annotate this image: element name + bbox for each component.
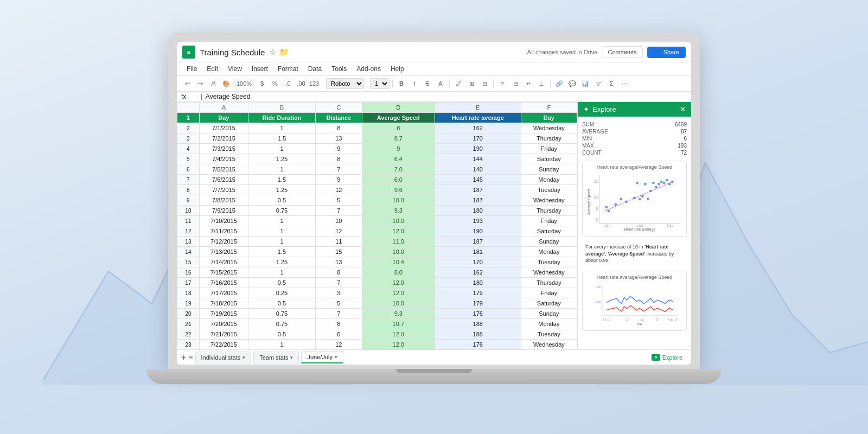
cell-day-16[interactable]: Wednesday xyxy=(521,267,577,278)
cell-ride-duration-11[interactable]: 1 xyxy=(248,216,316,226)
cell-day-17[interactable]: Thursday xyxy=(521,278,577,288)
cell-day-12[interactable]: Saturday xyxy=(521,226,577,237)
cell-distance-21[interactable]: 8 xyxy=(316,319,362,329)
cell-ride-duration-10[interactable]: 0.75 xyxy=(248,206,316,216)
header-ride-duration[interactable]: Ride Duration xyxy=(248,113,316,123)
cell-day-4[interactable]: Friday xyxy=(521,144,577,154)
cell-avg-speed-11[interactable]: 10.0 xyxy=(362,216,435,226)
cell-distance-10[interactable]: 7 xyxy=(316,206,362,216)
cell-distance-23[interactable]: 12 xyxy=(316,340,362,350)
cell-distance-4[interactable]: 9 xyxy=(316,144,362,154)
header-distance[interactable]: Distance xyxy=(316,113,362,123)
cell-heart-rate-13[interactable]: 187 xyxy=(435,237,521,247)
cell-heart-rate-15[interactable]: 170 xyxy=(435,257,521,267)
cell-date-9[interactable]: 7/8/2015 xyxy=(199,195,248,206)
col-header-a[interactable]: A xyxy=(199,103,248,113)
cell-avg-speed-9[interactable]: 10.0 xyxy=(362,195,435,206)
decimal-less-button[interactable]: .00 xyxy=(295,78,307,90)
cell-distance-5[interactable]: 8 xyxy=(316,154,362,164)
tab-team-stats[interactable]: Team stats ▾ xyxy=(253,352,299,363)
cell-day-11[interactable]: Friday xyxy=(521,216,577,226)
text-color-button[interactable]: A xyxy=(435,78,446,90)
cell-ride-duration-5[interactable]: 1.25 xyxy=(248,154,316,164)
cell-ride-duration-14[interactable]: 1.5 xyxy=(248,247,316,257)
cell-ride-duration-23[interactable]: 1 xyxy=(248,340,316,350)
explore-footer-button[interactable]: ✦ Explore xyxy=(647,352,687,362)
cell-heart-rate-17[interactable]: 180 xyxy=(435,278,521,288)
vertical-align-button[interactable]: ⊥ xyxy=(535,78,547,90)
menu-tools[interactable]: Tools xyxy=(327,63,351,74)
cell-date-20[interactable]: 7/19/2015 xyxy=(199,309,248,319)
cell-day-20[interactable]: Sunday xyxy=(521,309,577,319)
cell-avg-speed-2[interactable]: 8 xyxy=(362,123,435,133)
cell-heart-rate-5[interactable]: 144 xyxy=(435,154,521,164)
cell-heart-rate-23[interactable]: 176 xyxy=(435,340,521,350)
cell-distance-8[interactable]: 12 xyxy=(316,185,362,195)
cell-avg-speed-21[interactable]: 10.7 xyxy=(362,319,435,329)
cell-date-11[interactable]: 7/10/2015 xyxy=(199,216,248,226)
col-header-e[interactable]: E xyxy=(435,103,521,113)
borders-button[interactable]: ⊞ xyxy=(465,78,477,90)
cell-heart-rate-7[interactable]: 145 xyxy=(435,175,521,185)
cell-ride-duration-8[interactable]: 1.25 xyxy=(248,185,316,195)
cell-ride-duration-22[interactable]: 0.5 xyxy=(248,329,316,340)
cell-date-3[interactable]: 7/2/2015 xyxy=(199,133,248,144)
cell-ride-duration-16[interactable]: 1 xyxy=(248,267,316,278)
cell-distance-7[interactable]: 9 xyxy=(316,175,362,185)
cell-distance-9[interactable]: 5 xyxy=(316,195,362,206)
cell-heart-rate-3[interactable]: 170 xyxy=(435,133,521,144)
folder-icon[interactable]: 📁 xyxy=(279,48,289,56)
cell-avg-speed-8[interactable]: 9.6 xyxy=(362,185,435,195)
cell-ride-duration-4[interactable]: 1 xyxy=(248,144,316,154)
menu-edit[interactable]: Edit xyxy=(202,63,222,74)
cell-date-14[interactable]: 7/13/2015 xyxy=(199,247,248,257)
cell-distance-2[interactable]: 8 xyxy=(316,123,362,133)
cell-day-15[interactable]: Tuesday xyxy=(521,257,577,267)
cell-ride-duration-12[interactable]: 1 xyxy=(248,226,316,237)
more-formats-button[interactable]: 123 xyxy=(308,78,320,90)
cell-date-2[interactable]: 7/1/2015 xyxy=(199,123,248,133)
cell-date-4[interactable]: 7/3/2015 xyxy=(199,144,248,154)
currency-button[interactable]: $ xyxy=(256,78,268,90)
cell-heart-rate-14[interactable]: 181 xyxy=(435,247,521,257)
cell-distance-13[interactable]: 11 xyxy=(316,237,362,247)
cell-day-8[interactable]: Tuesday xyxy=(521,185,577,195)
align-left-button[interactable]: ≡ xyxy=(496,78,508,90)
cell-day-21[interactable]: Monday xyxy=(521,319,577,329)
more-button[interactable]: ⋯ xyxy=(618,78,630,90)
align-middle-button[interactable]: ⊟ xyxy=(509,78,521,90)
cell-day-10[interactable]: Thursday xyxy=(521,206,577,216)
menu-data[interactable]: Data xyxy=(304,63,326,74)
cell-day-9[interactable]: Wednesday xyxy=(521,195,577,206)
header-heart-rate[interactable]: Heart rate average xyxy=(435,113,521,123)
cell-avg-speed-5[interactable]: 6.4 xyxy=(362,154,435,164)
cell-ride-duration-19[interactable]: 0.5 xyxy=(248,298,316,309)
comment-button[interactable]: 💬 xyxy=(566,78,578,90)
print-button[interactable]: 🖨 xyxy=(207,78,219,90)
cell-distance-18[interactable]: 3 xyxy=(316,288,362,298)
menu-view[interactable]: View xyxy=(224,63,246,74)
menu-addons[interactable]: Add-ons xyxy=(352,63,385,74)
menu-file[interactable]: File xyxy=(182,63,201,74)
bold-button[interactable]: B xyxy=(395,78,407,90)
cell-date-12[interactable]: 7/11/2015 xyxy=(199,226,248,237)
col-header-f[interactable]: F xyxy=(521,103,577,113)
cell-heart-rate-16[interactable]: 162 xyxy=(435,267,521,278)
cell-ride-duration-7[interactable]: 1.5 xyxy=(248,175,316,185)
cell-heart-rate-2[interactable]: 162 xyxy=(435,123,521,133)
cell-ride-duration-21[interactable]: 0.75 xyxy=(248,319,316,329)
cell-distance-15[interactable]: 13 xyxy=(316,257,362,267)
cell-avg-speed-23[interactable]: 12.0 xyxy=(362,340,435,350)
undo-button[interactable]: ↩ xyxy=(181,78,193,90)
decimal-button[interactable]: .0 xyxy=(282,78,294,90)
fill-color-button[interactable]: 🖊 xyxy=(452,78,464,90)
cell-heart-rate-6[interactable]: 140 xyxy=(435,164,521,175)
cell-date-19[interactable]: 7/18/2015 xyxy=(199,298,248,309)
cell-heart-rate-12[interactable]: 190 xyxy=(435,226,521,237)
menu-format[interactable]: Format xyxy=(273,63,303,74)
cell-heart-rate-18[interactable]: 179 xyxy=(435,288,521,298)
cell-date-10[interactable]: 7/9/2015 xyxy=(199,206,248,216)
cell-day-5[interactable]: Saturday xyxy=(521,154,577,164)
share-button[interactable]: 👤 Share xyxy=(647,47,686,58)
cell-avg-speed-22[interactable]: 12.0 xyxy=(362,329,435,340)
